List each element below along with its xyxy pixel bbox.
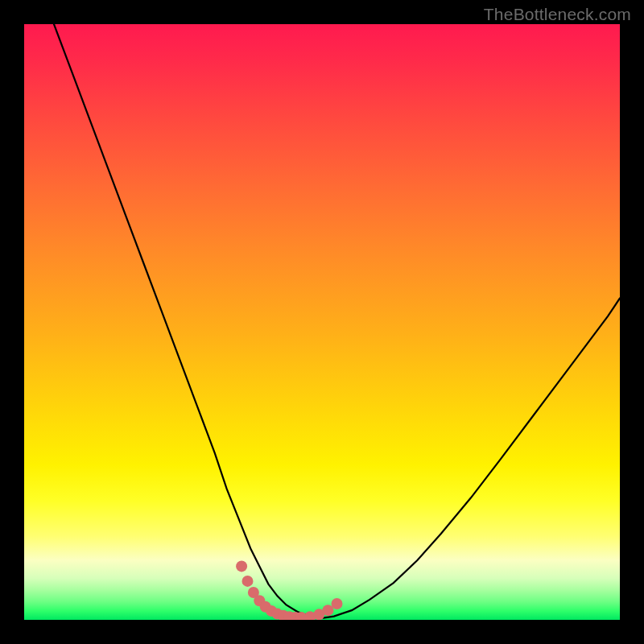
plot-area [24,24,620,620]
marker-dot [242,576,254,587]
marker-band [236,560,342,620]
bottleneck-curve [54,24,620,618]
watermark-text: TheBottleneck.com [484,5,631,24]
chart-frame: TheBottleneck.com [0,0,644,644]
marker-dot [332,598,343,609]
marker-dot [236,560,247,572]
chart-svg [24,24,620,620]
